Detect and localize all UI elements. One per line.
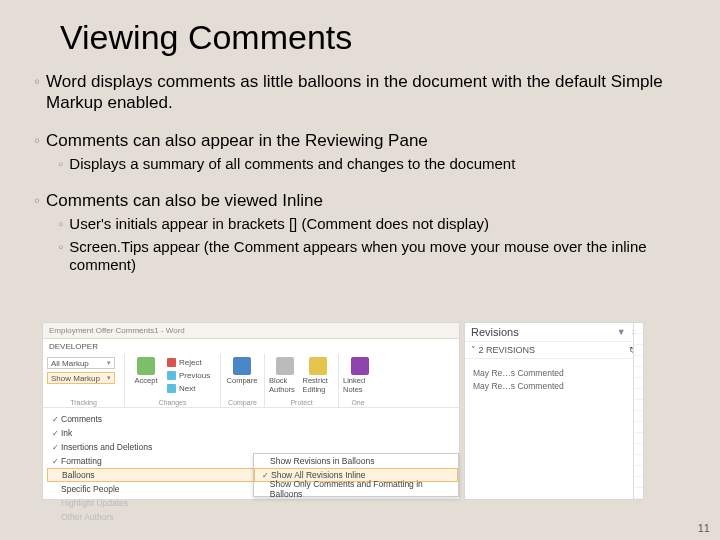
- block-authors-icon: [276, 357, 294, 375]
- revisions-list: May Re…s Commented May Re…s Commented: [465, 359, 643, 400]
- menu-label: Other Authors: [61, 512, 113, 522]
- dropdown-icon[interactable]: ▼: [617, 327, 626, 337]
- menu-label: Highlight Updates: [61, 498, 128, 508]
- bullet-mark: ◦: [34, 71, 40, 114]
- vertical-ruler: [633, 323, 643, 499]
- dropdown-label: Show Markup: [51, 374, 100, 383]
- ribbon-body: All Markup ▾ Show Markup ▾ Tracking Acce…: [43, 354, 459, 408]
- group-label: Changes: [129, 398, 216, 407]
- bullet-3a: ◦ User's initials appear in brackets [] …: [58, 215, 690, 234]
- menu-label: Specific People: [61, 484, 120, 494]
- revision-item[interactable]: May Re…s Commented: [473, 381, 635, 391]
- menu-label: Show Only Comments and Formatting in Bal…: [270, 479, 454, 499]
- previous-button[interactable]: Previous: [167, 370, 210, 381]
- group-label: Tracking: [47, 398, 120, 407]
- revisions-pane-screenshot: Revisions ▼ × ˅ 2 REVISIONS ↻ May Re…s C…: [464, 322, 644, 500]
- menu-label: Formatting: [61, 456, 102, 466]
- revisions-title: Revisions: [471, 326, 519, 338]
- submenu-show-only-comments-balloons[interactable]: Show Only Comments and Formatting in Bal…: [254, 482, 458, 496]
- button-label: Compare: [227, 376, 258, 385]
- slide-content: ◦ Word displays comments as little ballo…: [0, 71, 720, 275]
- ribbon-group-protect: Block Authors Restrict Editing Protect: [265, 354, 339, 407]
- ribbon-group-onenote: Linked Notes One: [339, 354, 377, 407]
- bullet-mark: ◦: [58, 215, 63, 234]
- bullet-mark: ◦: [34, 130, 40, 151]
- check-icon: ✓: [49, 457, 61, 466]
- menu-item-comments[interactable]: ✓Comments: [47, 412, 459, 426]
- next-icon: [167, 384, 176, 393]
- ribbon-group-tracking: All Markup ▾ Show Markup ▾ Tracking: [43, 354, 125, 407]
- show-markup-dropdown[interactable]: Show Markup ▾: [47, 372, 115, 384]
- button-label: Reject: [179, 358, 202, 367]
- button-label: Next: [179, 384, 195, 393]
- word-ribbon-screenshot: Employment Offer Comments1 - Word DEVELO…: [42, 322, 460, 500]
- compare-button[interactable]: Compare: [225, 357, 259, 385]
- screenshots-row: Employment Offer Comments1 - Word DEVELO…: [42, 322, 644, 500]
- revisions-count: 2 REVISIONS: [479, 345, 536, 355]
- onenote-icon: [351, 357, 369, 375]
- bullet-mark: ◦: [58, 155, 63, 174]
- bullet-2a: ◦ Displays a summary of all comments and…: [58, 155, 690, 174]
- check-icon: ✓: [49, 415, 61, 424]
- bullet-3: ◦ Comments can also be viewed Inline: [34, 190, 690, 211]
- revisions-header: Revisions ▼ ×: [465, 323, 643, 342]
- next-button[interactable]: Next: [167, 383, 210, 394]
- button-label: Restrict Editing: [303, 376, 335, 394]
- button-label: Previous: [179, 371, 210, 380]
- bullet-3b: ◦ Screen.Tips appear (the Comment appear…: [58, 238, 690, 276]
- compare-icon: [233, 357, 251, 375]
- ribbon-tab-developer[interactable]: DEVELOPER: [43, 339, 459, 354]
- button-label: Accept: [135, 376, 158, 385]
- ribbon-group-changes: Accept Reject Previous Next Changes: [125, 354, 221, 407]
- bullet-text: Comments can also be viewed Inline: [46, 190, 323, 211]
- dropdown-label: All Markup: [51, 359, 89, 368]
- menu-label: Show Revisions in Balloons: [270, 456, 374, 466]
- button-label: Block Authors: [269, 376, 301, 394]
- accept-button[interactable]: Accept: [129, 357, 163, 394]
- menu-item-other-authors: Other Authors: [47, 510, 459, 524]
- all-markup-dropdown[interactable]: All Markup ▾: [47, 357, 115, 369]
- bullet-2: ◦ Comments can also appear in the Review…: [34, 130, 690, 151]
- reject-button[interactable]: Reject: [167, 357, 210, 368]
- group-label: Compare: [225, 398, 260, 407]
- bullet-text: Comments can also appear in the Reviewin…: [46, 130, 428, 151]
- bullet-mark: ◦: [34, 190, 40, 211]
- group-label: Protect: [269, 398, 334, 407]
- bullet-1: ◦ Word displays comments as little ballo…: [34, 71, 690, 114]
- menu-item-ink[interactable]: ✓Ink: [47, 426, 459, 440]
- chevron-down-icon: ▾: [107, 359, 111, 367]
- chevron-down-icon: ▾: [107, 374, 111, 382]
- window-titlebar: Employment Offer Comments1 - Word: [43, 323, 459, 339]
- bullet-text: Screen.Tips appear (the Comment appears …: [69, 238, 690, 276]
- block-authors-button[interactable]: Block Authors: [269, 357, 301, 394]
- menu-label: Balloons: [62, 470, 95, 480]
- reject-icon: [167, 358, 176, 367]
- linked-notes-button[interactable]: Linked Notes: [343, 357, 377, 394]
- button-label: Linked Notes: [343, 376, 377, 394]
- revision-item[interactable]: May Re…s Commented: [473, 368, 635, 378]
- menu-label: Comments: [61, 414, 102, 424]
- menu-item-insertions-deletions[interactable]: ✓Insertions and Deletions: [47, 440, 459, 454]
- slide-title: Viewing Comments: [0, 0, 720, 65]
- restrict-editing-button[interactable]: Restrict Editing: [303, 357, 335, 394]
- previous-icon: [167, 371, 176, 380]
- bullet-text: Displays a summary of all comments and c…: [69, 155, 515, 174]
- menu-label: Ink: [61, 428, 72, 438]
- chevron-down-icon[interactable]: ˅: [471, 345, 476, 355]
- bullet-mark: ◦: [58, 238, 63, 276]
- page-number: 11: [698, 522, 710, 534]
- group-label: One: [343, 398, 373, 407]
- bullet-text: Word displays comments as little balloon…: [46, 71, 690, 114]
- check-icon: ✓: [49, 443, 61, 452]
- accept-icon: [137, 357, 155, 375]
- restrict-editing-icon: [309, 357, 327, 375]
- revisions-count-row: ˅ 2 REVISIONS ↻: [465, 342, 643, 359]
- check-icon: ✓: [49, 429, 61, 438]
- balloons-submenu: Show Revisions in Balloons ✓Show All Rev…: [253, 453, 459, 497]
- submenu-show-revisions-balloons[interactable]: Show Revisions in Balloons: [254, 454, 458, 468]
- ribbon-group-compare: Compare Compare: [221, 354, 265, 407]
- menu-label: Insertions and Deletions: [61, 442, 152, 452]
- bullet-text: User's initials appear in brackets [] (C…: [69, 215, 489, 234]
